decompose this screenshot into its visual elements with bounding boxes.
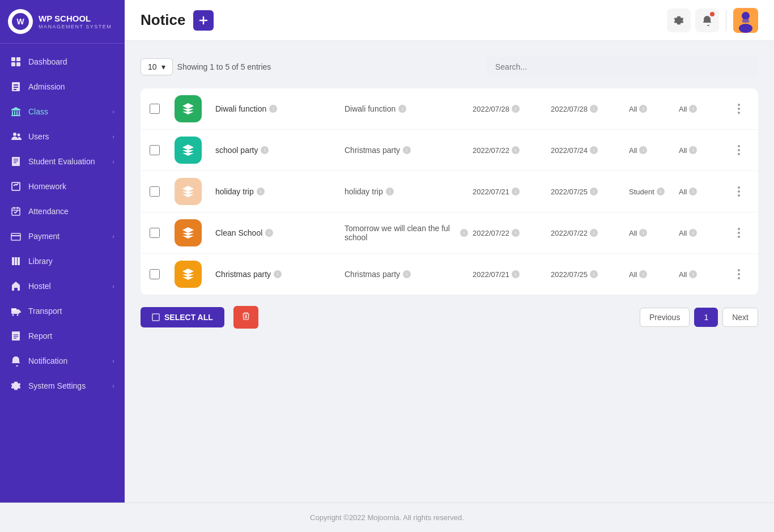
select-all-button[interactable]: SELECT ALL [141, 307, 224, 327]
date-from-info-5[interactable]: i [512, 270, 520, 278]
date-from-info-4[interactable]: i [512, 229, 520, 237]
notification-button[interactable] [695, 8, 719, 32]
sidebar-item-student-evaluation[interactable]: Student Evaluation › [0, 149, 125, 174]
row-checkbox-3[interactable] [150, 186, 160, 197]
date-from-info-2[interactable]: i [512, 146, 520, 154]
sidebar-item-class[interactable]: Class › [0, 99, 125, 124]
row-checkbox-1[interactable] [150, 104, 160, 114]
date-to-info-3[interactable]: i [590, 188, 598, 195]
subtitle-info-icon-5[interactable]: i [403, 270, 411, 278]
role-info-4[interactable]: i [639, 229, 647, 237]
next-button[interactable]: Next [722, 308, 758, 327]
subtitle-info-icon-4[interactable]: i [460, 229, 468, 237]
info-icon-5[interactable]: i [274, 270, 282, 278]
delete-button[interactable] [233, 306, 258, 329]
date-from-info-1[interactable]: i [512, 105, 520, 113]
svg-rect-9 [12, 208, 20, 215]
notice-title-4: Clean School i [215, 228, 340, 237]
info-icon-1[interactable]: i [269, 105, 277, 113]
date-to-info-4[interactable]: i [590, 229, 598, 237]
date-to-info-2[interactable]: i [590, 146, 598, 154]
row-actions-4[interactable] [729, 225, 749, 240]
sidebar-label-class: Class [28, 107, 105, 116]
sidebar-item-dashboard[interactable]: Dashboard [0, 49, 125, 74]
footer-text: Copyright ©2022 Mojoomla. All rights res… [310, 513, 464, 522]
sidebar-item-admission[interactable]: Admission [0, 74, 125, 99]
row-actions-5[interactable] [729, 267, 749, 282]
row-checkbox-5[interactable] [150, 269, 160, 279]
role-info-5[interactable]: i [639, 270, 647, 278]
sidebar-item-system-settings[interactable]: System Settings › [0, 373, 125, 398]
notice-date-to-1: 2022/07/28 i [551, 105, 624, 113]
notice-role-2: All i [629, 146, 674, 155]
gear-button[interactable] [667, 8, 691, 32]
svg-rect-10 [11, 233, 20, 240]
report-icon [10, 330, 22, 342]
row-checkbox-2[interactable] [150, 145, 160, 155]
sidebar: W WP SCHOOL MANAGEMENT SYSTEM Dashboard [0, 0, 125, 503]
sidebar-item-users[interactable]: Users › [0, 124, 125, 149]
row-checkbox-4[interactable] [150, 228, 160, 238]
sidebar-label-admission: Admission [28, 82, 114, 91]
payment-arrow-icon: › [112, 233, 114, 240]
sidebar-label-library: Library [28, 257, 114, 266]
class-info-4[interactable]: i [689, 229, 697, 237]
svg-rect-3 [16, 57, 20, 61]
row-actions-1[interactable] [729, 101, 749, 116]
dashboard-icon [10, 56, 22, 67]
sidebar-item-attendance[interactable]: Attendance [0, 199, 125, 224]
user-avatar[interactable] [733, 8, 758, 33]
page-1-button[interactable]: 1 [694, 308, 718, 327]
class-info-1[interactable]: i [689, 105, 697, 113]
info-icon-3[interactable]: i [257, 188, 265, 195]
date-from-info-3[interactable]: i [512, 188, 520, 195]
role-info-1[interactable]: i [639, 105, 647, 113]
date-to-info-1[interactable]: i [590, 105, 598, 113]
info-icon-4[interactable]: i [265, 229, 273, 237]
vertical-divider [726, 10, 726, 31]
sidebar-item-transport[interactable]: Transport [0, 299, 125, 324]
top-bar-actions [667, 8, 758, 33]
date-to-info-5[interactable]: i [590, 270, 598, 278]
pagination: Previous 1 Next [640, 308, 758, 327]
class-info-3[interactable]: i [689, 188, 697, 195]
role-info-3[interactable]: i [657, 188, 665, 195]
notice-title-2: school party i [215, 146, 340, 155]
notice-subtitle-3: holiday trip i [345, 187, 468, 196]
subtitle-info-icon-1[interactable]: i [398, 105, 406, 113]
select-all-checkbox-icon [152, 313, 160, 321]
role-info-2[interactable]: i [639, 146, 647, 154]
sidebar-logo: W WP SCHOOL MANAGEMENT SYSTEM [0, 0, 125, 44]
add-notice-button[interactable] [193, 10, 214, 31]
evaluation-arrow-icon: › [112, 158, 114, 165]
sidebar-label-notification: Notification [28, 356, 105, 365]
sidebar-item-report[interactable]: Report [0, 324, 125, 348]
sidebar-item-payment[interactable]: Payment › [0, 224, 125, 249]
sidebar-item-homework[interactable]: Homework [0, 174, 125, 199]
subtitle-info-icon-2[interactable]: i [403, 146, 411, 154]
notice-title-1: Diwali function i [215, 104, 340, 113]
notification-arrow-icon: › [112, 357, 114, 364]
sidebar-item-library[interactable]: Library [0, 249, 125, 274]
notice-class-4: All i [679, 229, 724, 237]
sidebar-nav: Dashboard Admission Class › [0, 44, 125, 503]
svg-point-15 [12, 314, 14, 316]
sidebar-label-report: Report [28, 331, 114, 341]
row-actions-3[interactable] [729, 184, 749, 199]
class-info-5[interactable]: i [689, 270, 697, 278]
row-actions-2[interactable] [729, 143, 749, 158]
class-info-2[interactable]: i [689, 146, 697, 154]
previous-button[interactable]: Previous [640, 308, 690, 327]
notice-date-to-2: 2022/07/24 i [551, 146, 624, 155]
search-input[interactable] [486, 57, 758, 77]
sidebar-item-notification[interactable]: Notification › [0, 348, 125, 373]
subtitle-info-icon-3[interactable]: i [386, 188, 394, 195]
entries-dropdown[interactable]: 10 ▾ [141, 58, 173, 75]
notice-role-3: Student i [629, 188, 674, 196]
notice-icon-3 [175, 178, 202, 205]
logo-title: WP SCHOOL [39, 14, 112, 24]
logo-icon: W [8, 9, 33, 34]
info-icon-2[interactable]: i [261, 146, 269, 154]
page-title: Notice [141, 11, 185, 29]
sidebar-item-hostel[interactable]: Hostel › [0, 274, 125, 299]
